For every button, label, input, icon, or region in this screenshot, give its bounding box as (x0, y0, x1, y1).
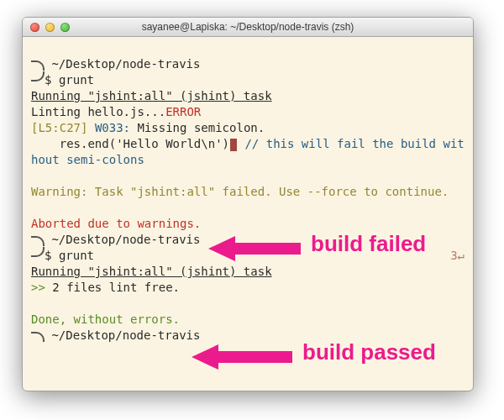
task-heading: Running "jshint:all" (jshint) task (31, 265, 272, 278)
prompt-arc-icon (31, 236, 45, 246)
prompt-arc-icon (31, 60, 45, 71)
prompt-arc-icon (31, 247, 45, 257)
svg-marker-0 (208, 236, 301, 261)
cwd: ~/Desktop/node-travis (51, 233, 200, 246)
lint-message: Missing semicolon. (137, 121, 265, 134)
annotation-passed: build passed (302, 339, 436, 365)
annotation-failed: build failed (311, 231, 426, 257)
ok-marker: >> (31, 281, 52, 294)
terminal-content[interactable]: ~/Desktop/node-travis $ grunt Running "j… (23, 37, 473, 391)
titlebar: sayanee@Lapiska: ~/Desktop/node-travis (… (23, 18, 473, 37)
return-icon: ↵ (458, 248, 465, 264)
error-tag: ERROR (165, 105, 201, 118)
lint-location: [L5:C27] (31, 121, 87, 134)
cwd: ~/Desktop/node-travis (51, 57, 200, 71)
ok-text: 2 files lint free. (52, 281, 180, 294)
warning-label: Warning: (31, 185, 95, 198)
source-line: res.end('Hello World\n') (31, 137, 229, 150)
arrow-icon (192, 343, 292, 368)
arrow-icon (208, 234, 301, 260)
warning-text: Task "jshint:all" failed. Use --force to… (95, 185, 449, 198)
exit-code: 3 (450, 248, 457, 264)
aborted-line: Aborted due to warnings. (31, 217, 201, 230)
prompt-char: $ (45, 73, 51, 87)
command: grunt (59, 249, 94, 262)
cwd: ~/Desktop/node-travis (51, 328, 200, 342)
prompt-char: $ (45, 249, 51, 262)
prompt-arc-icon (31, 71, 45, 81)
done-line: Done, without errors. (31, 312, 180, 326)
prompt-arc-icon (31, 332, 45, 342)
lint-code: W033: (95, 121, 130, 134)
lint-line: Linting hello.js... (31, 105, 165, 118)
cursor-icon (230, 139, 237, 151)
task-heading: Running "jshint:all" (jshint) task (31, 89, 272, 102)
command: grunt (59, 73, 94, 87)
window-title: sayanee@Lapiska: ~/Desktop/node-travis (… (23, 21, 473, 33)
svg-marker-1 (192, 344, 292, 370)
terminal-window: sayanee@Lapiska: ~/Desktop/node-travis (… (22, 17, 474, 391)
